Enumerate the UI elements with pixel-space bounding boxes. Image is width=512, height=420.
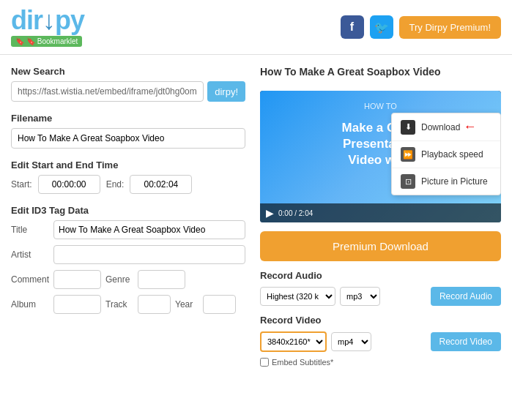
premium-download-button[interactable]: Premium Download bbox=[260, 231, 501, 261]
record-audio-button[interactable]: Record Audio bbox=[431, 287, 501, 306]
id3-label: Edit ID3 Tag Data bbox=[11, 205, 245, 216]
filename-input[interactable] bbox=[11, 128, 245, 149]
record-audio-section: Record Audio Highest (320 k High (192 k … bbox=[260, 270, 501, 306]
id3-album-row: Album Track Year bbox=[11, 295, 245, 314]
start-label: Start: bbox=[11, 179, 32, 190]
end-input[interactable] bbox=[130, 175, 192, 194]
search-row: dirpy! bbox=[11, 81, 245, 102]
dirpy-button[interactable]: dirpy! bbox=[207, 81, 245, 102]
twitter-icon: 🐦 bbox=[374, 20, 389, 34]
record-video-section: Record Video 3840x2160* 1920x1080 1280x7… bbox=[260, 315, 501, 367]
record-audio-label: Record Audio bbox=[260, 270, 501, 281]
audio-format-select[interactable]: mp3 ogg wav bbox=[340, 287, 380, 306]
id3-section: Edit ID3 Tag Data Title Artist Comment G… bbox=[11, 205, 245, 314]
playback-icon: ⏩ bbox=[401, 147, 415, 162]
id3-fields: Title Artist Comment Genre Album bbox=[11, 220, 245, 314]
header-right: f 🐦 Try Dirpy Premium! bbox=[341, 15, 501, 39]
track-input[interactable] bbox=[138, 295, 171, 314]
download-icon: ⬇ bbox=[401, 120, 415, 135]
new-search-label: New Search bbox=[11, 66, 245, 77]
id3-comment-genre-row: Comment Genre bbox=[11, 270, 245, 289]
comment-label: Comment bbox=[11, 274, 49, 285]
video-controls-bar: ▶ 0:00 / 2:04 bbox=[260, 203, 501, 222]
artist-label: Artist bbox=[11, 250, 49, 260]
right-panel: How To Make A Great Soapbox Video HOW TO… bbox=[260, 66, 501, 409]
record-video-row: 3840x2160* 1920x1080 1280x720 854x480 mp… bbox=[260, 331, 501, 352]
header: dir↓py 🔖🔖 Bookmarklet f 🐦 Try Dirpy Prem… bbox=[0, 0, 512, 55]
quality-select[interactable]: Highest (320 k High (192 k Medium (128 k bbox=[260, 287, 335, 306]
record-video-button[interactable]: Record Video bbox=[431, 332, 502, 351]
url-input[interactable] bbox=[11, 81, 204, 102]
video-container: HOW TO Make a GreatPresentationVideo wit… bbox=[260, 91, 501, 222]
album-label: Album bbox=[11, 299, 49, 310]
premium-header-button[interactable]: Try Dirpy Premium! bbox=[399, 16, 501, 39]
record-audio-row: Highest (320 k High (192 k Medium (128 k… bbox=[260, 287, 501, 306]
embed-subtitles-label: Embed Subtitles* bbox=[272, 358, 333, 367]
genre-label: Genre bbox=[105, 274, 133, 285]
record-video-label: Record Video bbox=[260, 315, 501, 326]
year-label: Year bbox=[175, 299, 199, 310]
new-search-section: New Search dirpy! bbox=[11, 66, 245, 102]
title-input[interactable] bbox=[53, 220, 245, 239]
end-label: End: bbox=[106, 179, 125, 190]
bookmarklet-badge[interactable]: 🔖🔖 Bookmarklet bbox=[11, 36, 82, 47]
comment-input[interactable] bbox=[53, 270, 101, 289]
resolution-select[interactable]: 3840x2160* 1920x1080 1280x720 854x480 bbox=[260, 331, 327, 352]
time-label: Edit Start and End Time bbox=[11, 160, 245, 170]
artist-input[interactable] bbox=[53, 245, 245, 264]
dropdown-playback[interactable]: ⏩ Playback speed bbox=[392, 141, 500, 168]
title-label: Title bbox=[11, 225, 49, 235]
album-input[interactable] bbox=[53, 295, 101, 314]
play-button[interactable]: ▶ bbox=[266, 207, 274, 219]
id3-artist-row: Artist bbox=[11, 245, 245, 264]
facebook-button[interactable]: f bbox=[341, 15, 364, 39]
id3-title-row: Title bbox=[11, 220, 245, 239]
genre-input[interactable] bbox=[138, 270, 185, 289]
year-input[interactable] bbox=[203, 295, 236, 314]
red-arrow-icon: ← bbox=[463, 119, 476, 135]
left-panel: New Search dirpy! Filename Edit Start an… bbox=[11, 66, 245, 409]
dropdown-download[interactable]: ⬇ Download ← bbox=[392, 113, 500, 141]
facebook-icon: f bbox=[350, 20, 354, 34]
pip-icon: ⊡ bbox=[401, 174, 415, 189]
twitter-button[interactable]: 🐦 bbox=[370, 15, 393, 39]
time-row: Start: End: bbox=[11, 175, 245, 194]
video-how-to: HOW TO bbox=[364, 102, 397, 110]
start-input[interactable] bbox=[38, 175, 100, 194]
logo: dir↓py bbox=[11, 7, 84, 34]
track-label: Track bbox=[105, 299, 133, 310]
content: New Search dirpy! Filename Edit Start an… bbox=[0, 55, 512, 420]
video-format-select[interactable]: mp4 webm bbox=[331, 332, 371, 351]
video-title: How To Make A Great Soapbox Video bbox=[260, 66, 501, 78]
app-container: dir↓py 🔖🔖 Bookmarklet f 🐦 Try Dirpy Prem… bbox=[0, 0, 512, 420]
filename-label: Filename bbox=[11, 113, 245, 124]
filename-section: Filename bbox=[11, 113, 245, 149]
video-dropdown-menu: ⬇ Download ← ⏩ Playback speed ⊡ Picture … bbox=[391, 113, 501, 195]
dropdown-picture[interactable]: ⊡ Picture in Picture bbox=[392, 168, 500, 195]
time-section: Edit Start and End Time Start: End: bbox=[11, 160, 245, 194]
embed-subtitles-row: Embed Subtitles* bbox=[260, 358, 501, 367]
logo-area: dir↓py 🔖🔖 Bookmarklet bbox=[11, 7, 84, 47]
embed-subtitles-checkbox[interactable] bbox=[260, 358, 269, 367]
video-time-display: 0:00 / 2:04 bbox=[278, 209, 313, 217]
